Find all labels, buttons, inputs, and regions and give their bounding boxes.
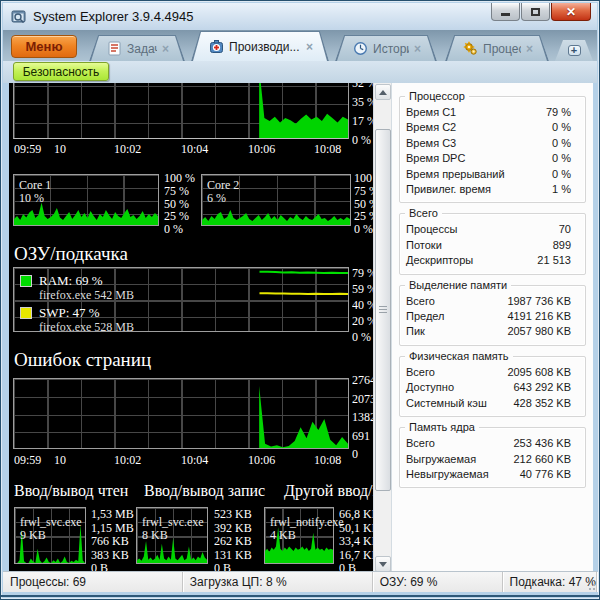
swp-legend-label: SWP: 47 %	[39, 306, 100, 320]
core1-graph: Core 1 10 %	[13, 174, 159, 226]
status-cpu-load: Загрузка ЦП: 8 %	[183, 572, 373, 592]
io-read-value: 9 KB	[20, 529, 46, 542]
tab-close-icon[interactable]: ×	[162, 43, 169, 55]
cpu-graph-ylabels: 52 %35 %17 %0 %	[352, 83, 373, 146]
io-write-graph: frwl_svc.exe 8 KB	[136, 507, 208, 564]
maximize-icon	[531, 8, 540, 16]
status-bar: Процессы: 69 Загрузка ЦП: 8 % ОЗУ: 69 % …	[3, 571, 597, 592]
tab-label: Процессы	[483, 42, 521, 56]
io-other-value: 4 KB	[270, 529, 296, 542]
io-other-ylabels: 66,8 KB50,1 KB33,4 KB16,7 KB0 B	[339, 508, 373, 573]
close-icon: ✕	[566, 6, 576, 18]
details-panel: Процессор Время C179 % Время C20 % Время…	[391, 83, 593, 573]
detail-row: Системный кэш428 352 KB	[406, 396, 579, 411]
core2-graph: Core 2 6 %	[201, 174, 351, 226]
detail-row: Время прерываний0 %	[406, 167, 579, 182]
pagefaults-section-title: Ошибок страниц	[14, 349, 151, 371]
app-window: System Explorer 3.9.4.4945 ✕ Меню Задачи…	[0, 0, 600, 600]
tab-history[interactable]: История ×	[335, 35, 437, 61]
detail-row: Время C30 %	[406, 136, 579, 151]
pagefaults-time-axis: 09:591010:0210:0410:0610:08	[13, 453, 365, 466]
detail-row: Дескрипторы21 513	[406, 253, 579, 268]
pagefaults-ylabels: 2764207313826910	[352, 374, 373, 460]
ram-legend-swatch	[20, 275, 32, 287]
swp-legend-process: firefox.exe 528 MB	[39, 321, 134, 334]
plus-icon: +	[568, 45, 581, 56]
tab-tasks[interactable]: Задачи ×	[89, 35, 185, 61]
tab-close-icon[interactable]: ×	[526, 43, 533, 55]
arrow-up-icon	[379, 90, 387, 95]
io-read-graph: frwl_svc.exe 9 KB	[14, 507, 86, 564]
status-ram: ОЗУ: 69 %	[373, 572, 503, 592]
detail-row: Пик2057 980 KB	[406, 324, 579, 339]
window-title: System Explorer 3.9.4.4945	[33, 9, 193, 24]
tab-bar: Меню Задачи ×	[3, 30, 597, 61]
detail-row: Предел4191 216 KB	[406, 309, 579, 324]
io-other-title: Другой ввод/вывод	[284, 482, 373, 500]
core1-value: 10 %	[19, 192, 44, 205]
group-title: Процессор	[405, 90, 469, 102]
cpu-graph-time-axis: 09:591010:0210:0410:0610:08	[13, 142, 365, 155]
status-processes: Процессы: 69	[3, 572, 183, 592]
app-icon	[11, 9, 27, 25]
minimize-icon	[501, 13, 510, 16]
swp-legend-swatch	[20, 307, 32, 319]
tab-label: Производи...	[229, 40, 301, 54]
performance-graphs-panel: 52 %35 %17 %0 % 09:591010:0210:0410:0610…	[9, 83, 373, 573]
scroll-down-button[interactable]	[375, 556, 391, 572]
tab-performance[interactable]: Производи... ×	[191, 31, 329, 61]
detail-row: Выгружаемая212 660 KB	[406, 452, 579, 467]
io-write-value: 8 KB	[142, 529, 168, 542]
maximize-button[interactable]	[521, 3, 550, 21]
tab-close-icon[interactable]: ×	[414, 43, 421, 55]
detail-row: Всего2095 608 KB	[406, 365, 579, 380]
scrollbar-thumb[interactable]	[375, 129, 391, 491]
security-button[interactable]: Безопасность	[13, 62, 109, 81]
group-title: Всего	[405, 207, 442, 219]
detail-row: Процессы70	[406, 222, 579, 237]
io-read-ylabels: 1,53 MB1,15 MB766 KB383 KB0 B	[91, 508, 137, 573]
tasks-icon	[107, 41, 122, 56]
scroll-up-button[interactable]	[375, 84, 391, 100]
io-write-ylabels: 523 KB392 KB262 KB131 KB0 B	[214, 508, 260, 573]
new-tab-button[interactable]: +	[555, 40, 593, 61]
detail-row: Всего1987 736 KB	[406, 294, 579, 309]
resize-grip[interactable]	[585, 580, 595, 590]
close-button[interactable]: ✕	[551, 3, 591, 21]
group-title: Память ядра	[405, 421, 479, 433]
tab-close-icon[interactable]: ×	[306, 41, 313, 53]
processes-gears-icon	[463, 41, 478, 56]
pagefaults-graph	[13, 378, 349, 449]
detail-row: Невыгружаемая40 776 KB	[406, 467, 579, 482]
title-bar: System Explorer 3.9.4.4945 ✕	[3, 3, 597, 30]
detail-row: Потоки899	[406, 238, 579, 253]
group-processor: Процессор Время C179 % Время C20 % Время…	[399, 96, 586, 203]
history-icon	[353, 41, 368, 56]
ram-swap-graph: RAM: 69 % firefox.exe 542 MB SWP: 47 % f…	[13, 267, 349, 332]
detail-row: Всего253 436 KB	[406, 436, 579, 451]
window-controls: ✕	[491, 3, 591, 21]
group-physical-memory: Физическая память Всего2095 608 KB Досту…	[399, 356, 586, 417]
window-frame-edge	[1, 595, 599, 597]
detail-row: Привилег. время1 %	[406, 182, 579, 197]
ram-section-title: ОЗУ/подкачка	[14, 243, 128, 265]
group-title: Физическая память	[405, 350, 513, 362]
ram-legend-process: firefox.exe 542 MB	[39, 289, 134, 302]
io-write-title: Ввод/вывод запис	[144, 482, 265, 500]
io-other-graph: frwl_notify.exe 4 KB	[264, 507, 334, 564]
vertical-scrollbar[interactable]	[373, 83, 391, 573]
tab-label: Задачи	[127, 42, 157, 56]
toolbar: Безопасность	[3, 61, 597, 83]
core2-ylabels: 100 %75 %50 %25 %0 %	[354, 172, 373, 235]
group-commit-memory: Выделение памяти Всего1987 736 KB Предел…	[399, 285, 586, 346]
menu-button[interactable]: Меню	[11, 35, 77, 58]
ram-legend-label: RAM: 69 %	[39, 274, 103, 288]
minimize-button[interactable]	[491, 3, 520, 21]
cpu-history-graph	[13, 83, 349, 139]
detail-row: Время C179 %	[406, 105, 579, 120]
arrow-down-icon	[379, 562, 387, 567]
tab-processes[interactable]: Процессы ×	[445, 35, 549, 61]
thumb-grip-icon	[379, 306, 387, 313]
core2-value: 6 %	[207, 192, 226, 205]
group-kernel-memory: Память ядра Всего253 436 KB Выгружаемая2…	[399, 427, 586, 488]
